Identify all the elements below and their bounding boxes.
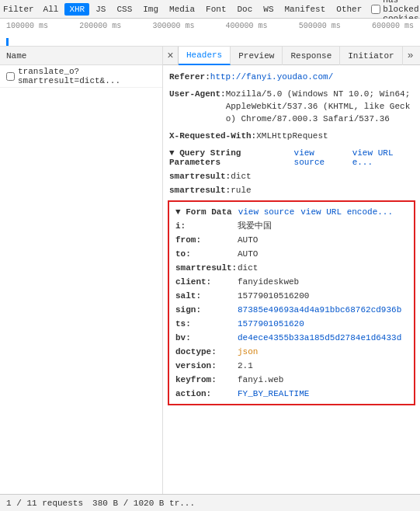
headers-content: Referer: http://fanyi.youdao.com/ User-A… <box>163 65 420 494</box>
tab-ws[interactable]: WS <box>259 3 278 16</box>
main-content: Name translate_o?smartresult=dict&... × … <box>0 47 420 494</box>
form-field-action: action: FY_BY_REALTIME <box>169 387 414 401</box>
form-field-ts: ts: 1577901051620 <box>169 317 414 331</box>
query-view-source-link[interactable]: view source <box>294 148 346 167</box>
form-val-bv: de4ece4355b33a185d5d2784e1d6433d <box>238 332 401 344</box>
timeline-label-1: 100000 ms <box>6 22 48 30</box>
form-val-i: 我爱中国 <box>238 220 272 232</box>
timeline-bar: 100000 ms 200000 ms 300000 ms 400000 ms … <box>0 19 420 47</box>
form-key-i: i: <box>175 220 238 232</box>
form-val-version: 2.1 <box>238 360 253 372</box>
form-field-client: client: fanyideskweb <box>169 275 414 289</box>
filter-label: Filter <box>3 5 34 14</box>
form-val-action: FY_BY_REALTIME <box>238 388 309 400</box>
tab-response[interactable]: Response <box>283 47 340 65</box>
form-key-smartresult: smartresult: <box>175 262 238 274</box>
referer-key: Referer: <box>169 71 210 83</box>
query-param-2-val: rule <box>231 184 251 196</box>
query-param-1-val: dict <box>231 170 251 182</box>
referer-section: Referer: http://fanyi.youdao.com/ <box>163 70 420 84</box>
x-requested-val: XMLHttpRequest <box>256 130 328 142</box>
form-field-salt: salt: 15779010516200 <box>169 289 414 303</box>
form-key-ts: ts: <box>175 318 238 330</box>
form-val-sign: 87385e49693a4d4a91bbc68762cd936b <box>238 304 401 316</box>
timeline-indicator <box>6 38 9 46</box>
x-requested-section: X-Requested-With: XMLHttpRequest <box>163 129 420 143</box>
tabs-row: × Headers Preview Response Initiator » <box>163 47 420 65</box>
tab-css[interactable]: CSS <box>112 3 137 16</box>
timeline-label-6: 600000 ms <box>372 22 414 30</box>
form-key-keyfrom: keyfrom: <box>175 374 238 386</box>
referer-val: http://fanyi.youdao.com/ <box>210 71 333 83</box>
timeline-label-5: 500000 ms <box>299 22 341 30</box>
timeline-label-3: 300000 ms <box>152 22 194 30</box>
form-field-version: version: 2.1 <box>169 359 414 373</box>
form-val-doctype: json <box>238 346 258 358</box>
form-view-source-link[interactable]: view source <box>238 207 295 217</box>
tab-js[interactable]: JS <box>91 3 110 16</box>
query-param-1-key: smartresult: <box>169 170 231 182</box>
form-data-title-row: ▼ Form Data view source view URL encode.… <box>169 205 414 219</box>
form-val-salt: 15779010516200 <box>238 290 309 302</box>
tab-doc[interactable]: Doc <box>232 3 257 16</box>
tab-img[interactable]: Img <box>138 3 163 16</box>
tabs-more-button[interactable]: » <box>403 50 418 61</box>
referer-row: Referer: http://fanyi.youdao.com/ <box>163 70 420 84</box>
form-field-to: to: AUTO <box>169 247 414 261</box>
name-column-header: Name <box>6 51 26 61</box>
left-panel: Name translate_o?smartresult=dict&... <box>0 47 163 494</box>
x-requested-key: X-Requested-With: <box>169 130 256 142</box>
form-field-bv: bv: de4ece4355b33a185d5d2784e1d6433d <box>169 331 414 345</box>
query-string-title: ▼ Query String Parameters <box>169 148 288 167</box>
form-val-smartresult: dict <box>238 262 258 274</box>
timeline-labels: 100000 ms 200000 ms 300000 ms 400000 ms … <box>0 22 420 30</box>
form-val-ts: 1577901051620 <box>238 318 304 330</box>
close-button[interactable]: × <box>163 47 179 65</box>
row-checkbox[interactable] <box>6 72 15 81</box>
form-key-sign: sign: <box>175 304 238 316</box>
tab-headers[interactable]: Headers <box>179 47 231 65</box>
form-val-from: AUTO <box>238 234 258 246</box>
toolbar: Filter All XHR JS CSS Img Media Font Doc… <box>0 0 420 19</box>
tab-xhr[interactable]: XHR <box>64 3 89 16</box>
left-panel-header: Name <box>0 47 162 65</box>
user-agent-row: User-Agent: Mozilla/5.0 (Windows NT 10.0… <box>163 87 420 126</box>
tab-media[interactable]: Media <box>165 3 200 16</box>
form-val-keyfrom: fanyi.web <box>238 374 283 386</box>
requests-count: 1 / 11 requests <box>6 499 83 508</box>
form-val-to: AUTO <box>238 248 258 260</box>
form-data-title: ▼ Form Data <box>175 207 232 217</box>
form-field-smartresult: smartresult: dict <box>169 261 414 275</box>
tab-font[interactable]: Font <box>201 3 231 16</box>
query-param-2-key: smartresult: <box>169 184 231 196</box>
right-panel: × Headers Preview Response Initiator » R… <box>163 47 420 494</box>
user-agent-key: User-Agent: <box>169 88 226 125</box>
form-key-doctype: doctype: <box>175 346 238 358</box>
form-key-from: from: <box>175 234 238 246</box>
list-item[interactable]: translate_o?smartresult=dict&... <box>0 65 162 88</box>
size-info: 380 B / 1020 B tr... <box>92 499 195 508</box>
form-val-client: fanyideskweb <box>238 276 299 288</box>
tab-all[interactable]: All <box>39 3 64 16</box>
query-view-url-encoded-link[interactable]: view URL e... <box>352 148 414 167</box>
tab-preview[interactable]: Preview <box>231 47 283 65</box>
referer-link[interactable]: http://fanyi.youdao.com/ <box>210 72 333 82</box>
user-agent-val: Mozilla/5.0 (Windows NT 10.0; Win64; App… <box>226 88 414 125</box>
user-agent-section: User-Agent: Mozilla/5.0 (Windows NT 10.0… <box>163 87 420 126</box>
form-field-i: i: 我爱中国 <box>169 219 414 233</box>
tab-other[interactable]: Other <box>331 3 366 16</box>
tab-manifest[interactable]: Manifest <box>280 3 331 16</box>
form-field-sign: sign: 87385e49693a4d4a91bbc68762cd936b <box>169 303 414 317</box>
query-param-2-row: smartresult: rule <box>163 183 420 197</box>
form-view-url-encoded-link[interactable]: view URL encode... <box>300 207 393 217</box>
tab-initiator[interactable]: Initiator <box>340 47 402 65</box>
has-blocked-checkbox[interactable] <box>371 5 380 14</box>
form-field-keyfrom: keyfrom: fanyi.web <box>169 373 414 387</box>
timeline-label-2: 200000 ms <box>79 22 121 30</box>
form-key-salt: salt: <box>175 290 238 302</box>
form-field-doctype: doctype: json <box>169 345 414 359</box>
query-param-1-row: smartresult: dict <box>163 169 420 183</box>
form-key-client: client: <box>175 276 238 288</box>
form-data-box: ▼ Form Data view source view URL encode.… <box>168 200 415 405</box>
form-field-from: from: AUTO <box>169 233 414 247</box>
